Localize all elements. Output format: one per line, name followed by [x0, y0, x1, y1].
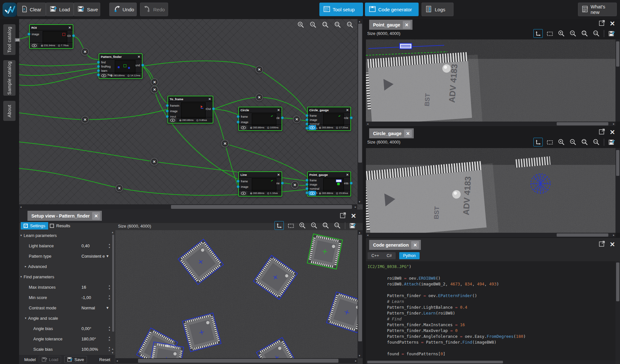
zoom-fit-icon[interactable] [321, 221, 330, 230]
logs-button[interactable]: Logs [422, 3, 454, 16]
setup-hscroll-left-icon[interactable]: ◂ [116, 359, 118, 362]
input-port-findReg[interactable]: findReg [101, 65, 111, 68]
params-scroll-up2-icon[interactable]: ▴ [112, 348, 113, 350]
zoom-in-icon[interactable] [296, 20, 306, 29]
param-row-find-parameters[interactable]: ▾Find parameters [19, 272, 112, 282]
circle-gauge-tab-close-icon[interactable]: ✕ [404, 130, 412, 137]
node-title-bar[interactable]: Circle_gauge ✕ [308, 107, 350, 113]
input-connector-dot[interactable] [166, 110, 169, 112]
param-row-pattern-type[interactable]: Pattern typeConsistent e▼ [19, 251, 112, 261]
settings-checkbox[interactable]: ✓ [24, 224, 28, 228]
node-graph-canvas[interactable]: 1:1 ◂ ▸ ▴ ▾ ROI ✕ imageROI ⊕231.94ms ⊙7.… [19, 19, 363, 209]
output-connector-dot[interactable] [281, 182, 284, 185]
spin-up-icon[interactable]: ▲ [108, 346, 111, 348]
tab-cpp[interactable]: C++ [368, 252, 383, 259]
code-vscroll-thumb[interactable] [616, 262, 619, 301]
node-eye-toggle[interactable] [169, 118, 176, 123]
input-port-image[interactable]: image [32, 33, 39, 36]
params-scrollbar[interactable]: ▴ ▴ ▾ [112, 231, 115, 355]
node-close-icon[interactable]: ✕ [277, 173, 280, 177]
clear-button[interactable]: Clear [17, 3, 46, 16]
node-close-icon[interactable]: ✕ [208, 98, 211, 101]
clear-value-icon[interactable]: ✕ [108, 349, 111, 352]
node-eye-toggle[interactable] [240, 191, 247, 196]
zoom-in-icon[interactable] [557, 29, 566, 38]
spin-up-icon[interactable]: ▲ [108, 294, 111, 297]
params-scroll-thumb[interactable] [112, 235, 114, 332]
code-panel-undock-icon[interactable] [599, 241, 605, 248]
whats-new-button[interactable]: NEWS What's new [578, 3, 617, 16]
tool-setup-button[interactable]: Tool setup [319, 3, 363, 16]
circle-gauge-undock-icon[interactable] [599, 128, 605, 136]
node-roi[interactable]: ROI ✕ imageROI ⊕231.94ms ⊙7.70us [29, 24, 73, 49]
setup-vscroll-up-icon[interactable]: ▴ [359, 231, 360, 234]
spin-up-icon[interactable]: ▲ [108, 243, 111, 245]
move-tool-icon[interactable] [533, 138, 543, 146]
input-port-frame[interactable]: frame [310, 179, 317, 182]
setup-panel-title-tab[interactable]: Setup view - Pattern_finder ✕ [27, 211, 102, 221]
spin-down-icon[interactable]: ▼ [108, 329, 111, 331]
undo-button[interactable]: Undo [109, 3, 137, 16]
dropdown-arrow-icon[interactable]: ▼ [106, 306, 109, 310]
wire-delete-icon[interactable]: ✕ [291, 181, 299, 189]
sidebar-item-about[interactable]: About [3, 101, 16, 121]
input-connector-dot[interactable] [97, 65, 100, 68]
redo-button[interactable]: Redo [140, 3, 168, 16]
setup-hscroll-thumb[interactable] [138, 359, 338, 363]
node-close-icon[interactable]: ✕ [69, 26, 71, 29]
circle-gauge-panel-tab[interactable]: Circle_gauge ✕ [369, 128, 414, 138]
output-connector-dot[interactable] [350, 182, 353, 185]
input-connector-dot[interactable] [305, 118, 308, 121]
zoom-one-to-one-icon[interactable]: 1:1 [333, 221, 342, 230]
input-port-find[interactable]: find [101, 61, 106, 64]
setup-image-vscrollbar[interactable]: ▴ ▾ [358, 230, 363, 358]
param-row-min-score[interactable]: Min score-1,00▲✕ [19, 292, 112, 303]
code-hscroll-thumb[interactable] [367, 361, 503, 363]
save-image-icon[interactable] [607, 138, 616, 146]
input-port-image[interactable]: image [310, 118, 317, 122]
wire-delete-icon[interactable]: ✕ [150, 158, 158, 166]
cg-hscroll-right-icon[interactable]: ▸ [613, 234, 615, 237]
canvas-vscroll-thumb[interactable] [358, 24, 362, 163]
param-row-angle-and-scale[interactable]: ▾Angle and scale [19, 313, 112, 323]
param-value[interactable]: 100,00% [81, 347, 98, 352]
input-connector-dot[interactable] [27, 33, 30, 36]
setup-panel-close-icon[interactable]: ✕ [351, 212, 356, 220]
node-title-bar[interactable]: ROI ✕ [30, 25, 73, 30]
circle-gauge-hscrollbar[interactable]: ◂ ▸ [366, 233, 615, 237]
node-pattern_finder[interactable]: Pattern_finder ✕ findfindReglearnlearnRe… [99, 53, 143, 79]
param-value[interactable]: 180,00° [81, 337, 96, 341]
node-title-bar[interactable]: To_frame ✕ [168, 96, 213, 102]
node-close-icon[interactable]: ✕ [346, 173, 349, 177]
point-gauge-close-icon[interactable]: ✕ [610, 20, 615, 27]
spin-down-icon[interactable]: ▼ [108, 246, 111, 249]
clear-value-icon[interactable]: ✕ [108, 339, 111, 342]
region-select-icon[interactable] [545, 138, 554, 146]
results-checkbox[interactable]: ✓ [50, 224, 54, 228]
cg-vscroll-thumb[interactable] [616, 150, 619, 176]
zoom-in-icon[interactable] [298, 221, 307, 230]
point-gauge-tab-close-icon[interactable]: ✕ [403, 21, 411, 29]
load-button[interactable]: Load [46, 3, 74, 16]
output-connector-dot[interactable] [72, 34, 75, 37]
save-button[interactable]: Save [74, 3, 100, 16]
param-row-advanced[interactable]: ▸Advanced [19, 261, 112, 272]
collapse-triangle-icon[interactable]: ▾ [20, 234, 24, 237]
zoom-one-to-one-icon[interactable]: 1:1 [592, 138, 601, 146]
param-row-angle-tolerance[interactable]: Angle tolerance180,00°▲✕ [19, 334, 112, 344]
pg-hscroll-right-icon[interactable]: ▸ [613, 123, 615, 125]
input-port-frameIn[interactable]: frameIn [170, 104, 179, 107]
node-title-bar[interactable]: Pattern_finder ✕ [99, 54, 142, 59]
input-connector-dot[interactable] [97, 69, 100, 72]
wire-delete-icon[interactable]: ✕ [221, 140, 229, 147]
scroll-left-arrow-icon[interactable]: ◂ [20, 206, 22, 209]
clear-value-icon[interactable]: ✕ [108, 298, 111, 300]
wire-delete-icon[interactable]: ✕ [151, 86, 158, 93]
move-tool-icon[interactable] [274, 221, 284, 230]
model-reset-button[interactable]: Reset [99, 357, 110, 362]
input-connector-dot[interactable] [237, 185, 240, 188]
param-value[interactable]: -1,00 [81, 295, 91, 300]
point-gauge-undock-icon[interactable] [599, 20, 605, 27]
node-circle_gauge[interactable]: Circle_gauge ✕ frameimagenominalregionci… [307, 107, 351, 131]
node-line[interactable]: Line ✕ frameimageline ⊕283.86ms ⊙1.10us [238, 171, 282, 197]
